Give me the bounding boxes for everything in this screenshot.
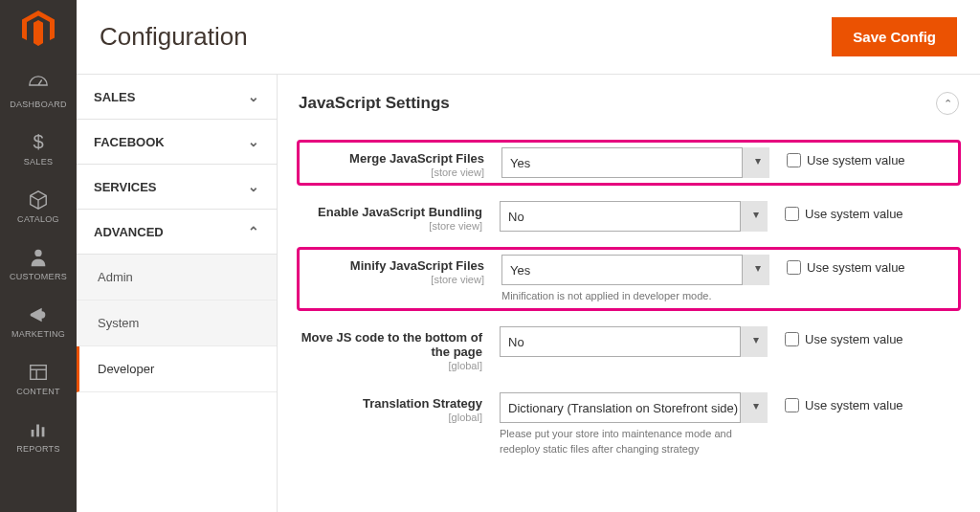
field-row: Move JS code to the bottom of the page[g… — [299, 323, 959, 375]
nav-label: CONTENT — [16, 387, 60, 396]
svg-text:$: $ — [33, 132, 43, 152]
nav-label: CUSTOMERS — [10, 272, 67, 281]
chevron-up-icon: ⌃ — [944, 98, 952, 110]
page-header: Configuration Save Config — [77, 0, 980, 75]
config-cat-advanced[interactable]: ADVANCED ⌃ — [77, 210, 277, 255]
use-system-value-checkbox[interactable] — [785, 207, 799, 221]
chevron-up-icon: ⌃ — [248, 224, 259, 239]
field-select[interactable]: YesNo — [500, 201, 768, 232]
config-cat-sales[interactable]: SALES ⌄ — [77, 75, 277, 120]
config-subitems-advanced: Admin System Developer — [77, 255, 277, 392]
field-label: Move JS code to the bottom of the page — [299, 330, 482, 359]
nav-label: MARKETING — [11, 329, 65, 339]
field-row: Translation Strategy[global]Dictionary (… — [299, 389, 959, 460]
config-subitem-developer[interactable]: Developer — [77, 346, 277, 392]
field-row: Enable JavaScript Bundling[store view]Ye… — [299, 197, 959, 235]
field-label: Translation Strategy — [299, 396, 482, 411]
use-system-value-checkbox[interactable] — [787, 260, 801, 275]
config-sidebar: SALES ⌄ FACEBOOK ⌄ SERVICES ⌄ ADVANCED ⌃… — [77, 75, 278, 512]
nav-label: DASHBOARD — [10, 100, 67, 109]
field-note: Please put your store into maintenance m… — [500, 427, 768, 456]
config-cat-label: FACEBOOK — [94, 135, 165, 149]
config-content: JavaScript Settings ⌃ Merge JavaScript F… — [278, 75, 980, 512]
nav-label: SALES — [24, 157, 54, 167]
chevron-down-icon: ⌄ — [248, 179, 259, 194]
chevron-down-icon: ⌄ — [248, 89, 259, 104]
svg-rect-5 — [32, 430, 34, 436]
config-cat-label: ADVANCED — [94, 225, 164, 239]
field-label: Enable JavaScript Bundling — [299, 205, 482, 219]
field-scope: [store view] — [299, 220, 482, 232]
config-subitem-admin[interactable]: Admin — [77, 255, 277, 301]
page-title: Configuration — [100, 22, 248, 52]
use-system-value-label[interactable]: Use system value — [805, 398, 903, 412]
svg-rect-6 — [36, 425, 39, 437]
use-system-value-label[interactable]: Use system value — [807, 260, 905, 275]
nav-dashboard[interactable]: DASHBOARD — [0, 63, 77, 121]
field-scope: [global] — [299, 360, 482, 371]
use-system-value-label[interactable]: Use system value — [807, 153, 905, 167]
field-select[interactable]: YesNo — [501, 147, 769, 178]
nav-customers[interactable]: CUSTOMERS — [0, 235, 77, 293]
nav-reports[interactable]: REPORTS — [0, 408, 77, 465]
nav-marketing[interactable]: MARKETING — [0, 293, 77, 350]
use-system-value-label[interactable]: Use system value — [805, 332, 903, 346]
section-title: JavaScript Settings — [299, 94, 450, 113]
field-select[interactable]: YesNo — [501, 255, 769, 285]
field-label: Merge JavaScript Files — [301, 151, 484, 166]
field-row: Merge JavaScript Files[store view]YesNoU… — [299, 142, 959, 184]
nav-sales[interactable]: $ SALES — [0, 121, 77, 178]
svg-rect-2 — [31, 366, 47, 380]
use-system-value-checkbox[interactable] — [785, 398, 799, 412]
config-cat-label: SALES — [94, 90, 135, 104]
nav-content[interactable]: CONTENT — [0, 350, 77, 408]
svg-point-1 — [34, 250, 41, 256]
use-system-value-checkbox[interactable] — [787, 153, 801, 167]
field-note: Minification is not applied in developer… — [501, 289, 769, 303]
nav-label: CATALOG — [17, 214, 59, 224]
field-select[interactable]: YesNo — [500, 326, 768, 357]
save-config-button[interactable]: Save Config — [832, 17, 957, 56]
field-scope: [global] — [299, 412, 482, 423]
section-collapse-button[interactable]: ⌃ — [936, 92, 959, 115]
field-scope: [store view] — [301, 167, 484, 178]
config-cat-services[interactable]: SERVICES ⌄ — [77, 165, 277, 210]
use-system-value-checkbox[interactable] — [785, 332, 799, 346]
config-subitem-system[interactable]: System — [77, 301, 277, 346]
field-scope: [store view] — [301, 274, 484, 285]
field-row: Minify JavaScript Files[store view]YesNo… — [299, 249, 959, 309]
field-select[interactable]: Dictionary (Translation on Storefront si… — [500, 392, 768, 423]
config-cat-label: SERVICES — [94, 180, 157, 194]
nav-label: REPORTS — [16, 444, 59, 454]
chevron-down-icon: ⌄ — [248, 134, 259, 149]
nav-catalog[interactable]: CATALOG — [0, 178, 77, 235]
magento-logo[interactable] — [21, 11, 56, 46]
admin-icon-sidebar: DASHBOARD $ SALES CATALOG CUSTOMERS MARK… — [0, 0, 77, 512]
use-system-value-label[interactable]: Use system value — [805, 207, 903, 221]
field-label: Minify JavaScript Files — [301, 258, 484, 273]
config-cat-facebook[interactable]: FACEBOOK ⌄ — [77, 120, 277, 165]
svg-rect-7 — [42, 427, 45, 436]
